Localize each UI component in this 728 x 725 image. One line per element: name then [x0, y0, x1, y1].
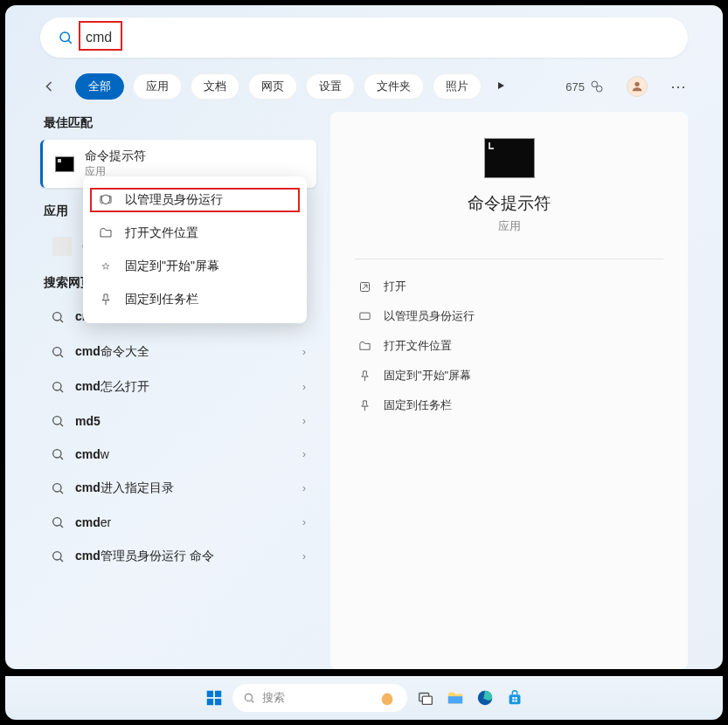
chevron-right-icon: › — [302, 482, 306, 494]
svg-point-14 — [53, 450, 61, 458]
action-open-location[interactable]: 打开文件位置 — [355, 331, 663, 361]
action-open[interactable]: 打开 — [355, 272, 663, 301]
svg-line-34 — [251, 701, 253, 703]
svg-line-19 — [60, 525, 63, 528]
action-pin-start[interactable]: 固定到"开始"屏幕 — [355, 361, 663, 390]
search-item-6[interactable]: cmder › — [40, 506, 316, 539]
filter-all[interactable]: 全部 — [75, 73, 124, 100]
filter-folders[interactable]: 文件夹 — [364, 73, 424, 100]
svg-rect-44 — [512, 700, 514, 701]
folder-icon — [446, 688, 465, 708]
task-view-button[interactable] — [414, 687, 437, 709]
search-window: cmd 全部 应用 文档 网页 设置 文件夹 照片 675 ⋯ 最佳匹配 命令提… — [5, 5, 723, 669]
search-text: md5 — [75, 414, 101, 428]
chevron-right-icon: › — [302, 448, 306, 460]
svg-point-0 — [60, 32, 70, 42]
svg-rect-39 — [447, 696, 462, 703]
search-item-7[interactable]: cmd管理员身份运行 命令 › — [40, 539, 316, 574]
svg-rect-31 — [206, 699, 212, 705]
search-icon — [51, 310, 65, 324]
filter-apps[interactable]: 应用 — [133, 73, 182, 100]
search-icon — [51, 549, 65, 563]
svg-line-7 — [60, 320, 63, 322]
pin-icon — [99, 259, 113, 273]
edge-button[interactable] — [474, 687, 496, 709]
explorer-button[interactable] — [444, 687, 467, 709]
svg-rect-42 — [512, 697, 514, 699]
chevron-right-icon: › — [302, 550, 306, 563]
search-icon — [51, 447, 65, 461]
filter-web[interactable]: 网页 — [248, 73, 297, 100]
svg-line-21 — [60, 559, 63, 562]
filter-settings[interactable]: 设置 — [306, 73, 355, 100]
search-item-1[interactable]: cmd命令大全 › — [40, 335, 316, 369]
svg-rect-41 — [509, 694, 520, 704]
store-button[interactable] — [503, 687, 526, 709]
search-item-4[interactable]: cmdw › — [40, 438, 316, 471]
svg-rect-30 — [214, 691, 220, 697]
search-icon — [51, 345, 65, 359]
svg-line-9 — [60, 355, 63, 357]
search-text: cmd进入指定目录 — [75, 480, 174, 496]
shield-icon — [99, 193, 113, 207]
search-item-5[interactable]: cmd进入指定目录 › — [40, 471, 316, 506]
avatar[interactable] — [627, 76, 648, 97]
svg-point-33 — [245, 694, 252, 701]
play-button[interactable] — [496, 79, 506, 94]
svg-point-12 — [53, 417, 61, 425]
chevron-right-icon: › — [302, 381, 306, 393]
search-icon — [243, 692, 255, 704]
edge-icon — [475, 688, 495, 708]
filter-docs[interactable]: 文档 — [191, 73, 239, 100]
search-text: cmd命令大全 — [75, 344, 149, 360]
search-icon — [51, 481, 65, 495]
svg-point-8 — [53, 348, 61, 356]
svg-line-15 — [60, 457, 63, 459]
rewards-icon — [590, 79, 604, 93]
search-bar[interactable]: cmd — [40, 17, 688, 58]
bing-mascot-icon — [378, 688, 397, 708]
divider — [355, 259, 663, 259]
windows-icon — [205, 688, 224, 708]
taskbar-search[interactable]: 搜索 — [232, 684, 407, 712]
task-view-icon — [416, 688, 435, 708]
ctx-run-as-admin[interactable]: 以管理员身份运行 — [83, 183, 307, 217]
folder-icon — [99, 226, 113, 240]
svg-rect-29 — [206, 691, 212, 697]
svg-rect-45 — [515, 700, 517, 701]
svg-line-1 — [68, 40, 71, 43]
start-button[interactable] — [203, 687, 225, 709]
store-icon — [505, 688, 524, 708]
search-icon — [51, 414, 65, 428]
ctx-open-location[interactable]: 打开文件位置 — [83, 217, 307, 250]
back-icon[interactable] — [40, 78, 58, 95]
search-item-2[interactable]: cmd怎么打开 › — [40, 369, 316, 404]
action-pin-taskbar[interactable]: 固定到任务栏 — [355, 390, 663, 420]
filter-photos[interactable]: 照片 — [433, 73, 482, 100]
shield-icon — [358, 310, 371, 323]
search-item-3[interactable]: md5 › — [40, 404, 316, 438]
folder-icon — [358, 340, 371, 353]
search-text: cmdw — [75, 447, 109, 461]
svg-point-10 — [53, 383, 61, 390]
pin-icon — [358, 399, 371, 412]
search-text: cmd怎么打开 — [75, 379, 149, 395]
cmd-icon-large — [484, 138, 535, 178]
more-icon[interactable]: ⋯ — [670, 77, 688, 96]
details-title: 命令提示符 — [355, 192, 663, 215]
svg-point-18 — [53, 518, 61, 526]
chevron-right-icon: › — [302, 415, 306, 427]
open-icon — [358, 280, 371, 293]
section-best-match: 最佳匹配 — [44, 115, 316, 131]
ctx-pin-start[interactable]: 固定到"开始"屏幕 — [83, 250, 307, 283]
svg-point-20 — [53, 552, 61, 560]
svg-marker-2 — [498, 82, 504, 89]
ctx-pin-taskbar[interactable]: 固定到任务栏 — [83, 283, 307, 316]
app-icon — [52, 237, 72, 256]
svg-point-16 — [53, 484, 61, 492]
action-run-admin[interactable]: 以管理员身份运行 — [355, 301, 663, 331]
pin-icon — [358, 369, 371, 383]
rewards-points[interactable]: 675 — [565, 79, 604, 93]
svg-rect-43 — [515, 697, 517, 699]
search-input[interactable]: cmd — [86, 30, 112, 45]
